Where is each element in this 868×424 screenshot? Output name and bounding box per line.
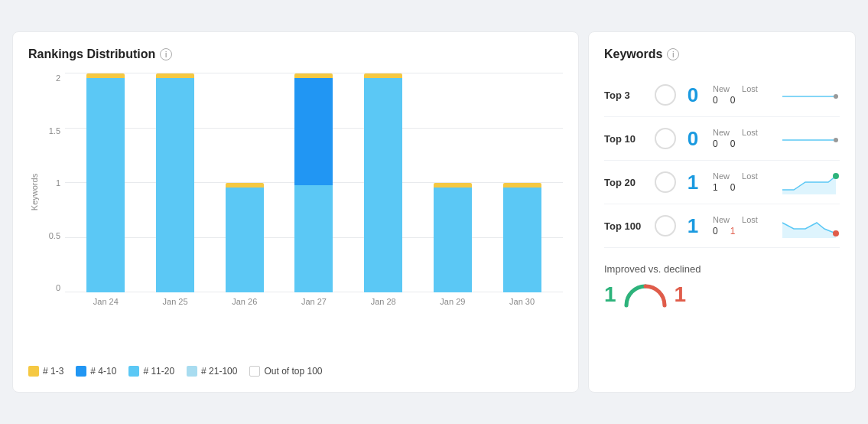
x-label-jan24: Jan 24 — [86, 297, 125, 306]
kw-lost-val-top20: 0 — [730, 182, 736, 193]
kw-label-top100: Top 100 — [604, 220, 647, 232]
chart-card: Rankings Distribution i Keywords — [12, 31, 579, 393]
legend-box-21-100 — [187, 366, 197, 377]
kw-lost-label-top20: Lost — [742, 171, 758, 181]
bar-group-jan26 — [226, 183, 264, 292]
x-label-jan29: Jan 29 — [434, 297, 472, 306]
svg-marker-4 — [782, 176, 836, 194]
legend-1-3: # 1-3 — [28, 366, 63, 377]
x-label-jan26: Jan 26 — [226, 297, 264, 306]
kw-count-top20: 1 — [684, 171, 702, 194]
bar-stack-jan28 — [364, 73, 402, 292]
legend-box-4-10 — [76, 366, 86, 377]
bar-stack-jan25 — [156, 73, 194, 292]
svg-marker-6 — [782, 223, 836, 238]
keywords-info-icon[interactable]: i — [667, 48, 679, 60]
legend-11-20: # 11-20 — [128, 366, 174, 377]
legend-label-1-3: # 1-3 — [43, 366, 63, 377]
keywords-title-row: Keywords i — [604, 47, 840, 61]
y-tick-15: 1.5 — [49, 126, 60, 135]
svg-point-7 — [833, 230, 839, 236]
kw-row-top20: Top 20 1 New Lost 1 0 — [604, 168, 840, 196]
legend-21-100: # 21-100 — [187, 366, 237, 377]
legend-4-10: # 4-10 — [76, 366, 116, 377]
kw-lost-val-top10: 0 — [730, 139, 736, 149]
chart-area: Keywords 0 0.5 1 — [28, 73, 563, 357]
kw-row-top3: Top 3 0 New Lost 0 0 — [604, 81, 840, 109]
kw-meta-top10: New Lost 0 0 — [713, 128, 758, 149]
kw-section-top100: Top 100 1 New Lost 0 1 — [604, 204, 840, 248]
kw-row-top100: Top 100 1 New Lost 0 1 — [604, 212, 840, 240]
kw-label-top3: Top 3 — [604, 90, 647, 101]
bar-group-jan29 — [434, 183, 472, 292]
bar-stack-jan26 — [226, 183, 264, 292]
y-tick-05: 0.5 — [49, 231, 60, 240]
kw-count-top100: 1 — [684, 214, 702, 238]
bar-group-jan28 — [364, 73, 402, 292]
kw-new-val-top10: 0 — [713, 139, 718, 149]
x-label-jan28: Jan 28 — [364, 297, 402, 306]
improved-title: Improved vs. declined — [604, 263, 840, 275]
main-container: Rankings Distribution i Keywords — [12, 31, 856, 393]
keywords-title: Keywords — [604, 47, 662, 61]
kw-section-top20: Top 20 1 New Lost 1 0 — [604, 161, 840, 204]
keywords-card: Keywords i Top 3 0 New Lost 0 0 — [588, 31, 856, 393]
kw-circle-top20 — [655, 171, 676, 193]
chart-title-row: Rankings Distribution i — [28, 47, 563, 61]
kw-count-top10: 0 — [684, 127, 702, 151]
kw-new-label-top3: New — [713, 84, 730, 93]
y-ticks: 0 0.5 1 1.5 2 — [41, 73, 65, 292]
declined-count: 1 — [675, 282, 687, 307]
kw-meta-top100: New Lost 0 1 — [713, 215, 758, 236]
svg-point-1 — [834, 94, 838, 99]
x-label-jan30: Jan 30 — [503, 297, 541, 306]
legend-label-21-100: # 21-100 — [201, 366, 237, 377]
y-axis-label: Keywords — [30, 174, 39, 210]
x-axis-labels: Jan 24 Jan 25 Jan 26 Jan 27 Jan 28 Jan 2… — [65, 292, 563, 311]
legend-box-11-20 — [128, 366, 139, 377]
bar-stack-jan30 — [503, 183, 541, 292]
kw-meta-top20: New Lost 1 0 — [713, 171, 758, 193]
legend-out-top-100: Out of top 100 — [249, 366, 322, 377]
bar-stack-jan27 — [294, 73, 333, 292]
y-tick-1: 1 — [56, 178, 60, 188]
kw-circle-top3 — [655, 84, 676, 106]
bar-group-jan24 — [86, 73, 125, 292]
kw-new-val-top100: 0 — [713, 226, 718, 236]
kw-sparkline-top100 — [779, 212, 840, 240]
bar-stack-jan29 — [434, 183, 472, 292]
kw-sparkline-top3 — [779, 81, 840, 109]
kw-lost-label-top100: Lost — [742, 215, 758, 224]
kw-row-top10: Top 10 0 New Lost 0 0 — [604, 125, 840, 152]
kw-circle-top10 — [655, 128, 676, 149]
kw-section-top3: Top 3 0 New Lost 0 0 — [604, 73, 840, 117]
gauge-svg — [623, 281, 668, 308]
kw-circle-top100 — [655, 215, 676, 236]
bar-group-jan25 — [156, 73, 194, 292]
legend-label-4-10: # 4-10 — [90, 366, 116, 377]
kw-meta-top3: New Lost 0 0 — [713, 84, 758, 106]
legend-label-11-20: # 11-20 — [143, 366, 174, 377]
kw-new-label-top100: New — [713, 215, 730, 224]
y-tick-0: 0 — [56, 283, 60, 292]
bar-stack-jan24 — [86, 73, 125, 292]
legend-label-out-top-100: Out of top 100 — [264, 366, 322, 377]
kw-label-top20: Top 20 — [604, 177, 647, 188]
kw-lost-label-top3: Lost — [742, 84, 758, 93]
kw-new-val-top20: 1 — [713, 182, 718, 193]
x-label-jan25: Jan 25 — [156, 297, 194, 306]
kw-lost-val-top100: 1 — [730, 226, 736, 236]
kw-sparkline-top20 — [779, 168, 840, 196]
legend-box-out-top-100 — [249, 366, 260, 377]
improved-count: 1 — [604, 282, 616, 307]
bars-container — [65, 73, 563, 292]
kw-new-label-top20: New — [713, 171, 730, 181]
svg-point-5 — [833, 173, 839, 179]
chart-info-icon[interactable]: i — [160, 48, 172, 60]
kw-section-top10: Top 10 0 New Lost 0 0 — [604, 117, 840, 161]
bar-group-jan27 — [294, 73, 333, 292]
chart-title: Rankings Distribution — [28, 47, 155, 61]
svg-point-3 — [834, 138, 838, 142]
chart-legend: # 1-3 # 4-10 # 11-20 # 21-100 Out of top… — [28, 366, 563, 377]
kw-new-label-top10: New — [713, 128, 730, 137]
